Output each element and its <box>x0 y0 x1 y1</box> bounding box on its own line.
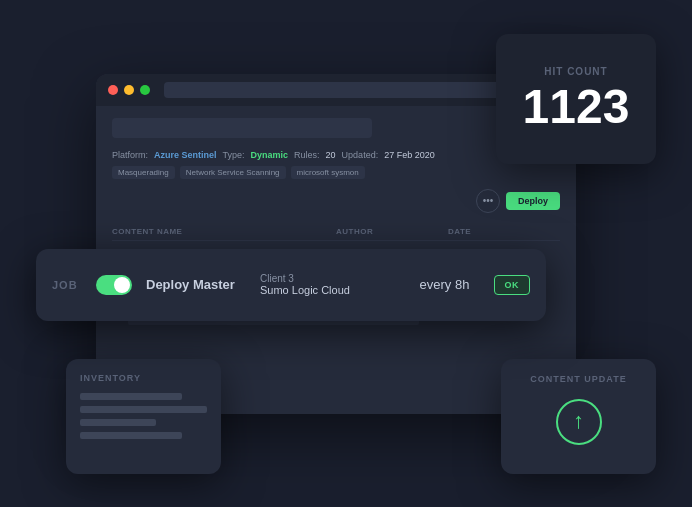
job-client-line2: Sumo Logic Cloud <box>260 284 406 296</box>
toggle-knob <box>114 277 130 293</box>
job-toggle[interactable] <box>96 275 132 295</box>
type-label: Type: <box>223 150 245 160</box>
tag-sysmon: microsoft sysmon <box>291 166 365 179</box>
col-date: DATE <box>448 227 560 236</box>
updated-label: Updated: <box>342 150 379 160</box>
inventory-label: INVENTORY <box>80 373 207 383</box>
col-author: AUTHOR <box>336 227 448 236</box>
type-value: Dynamic <box>251 150 289 160</box>
platform-value: Azure Sentinel <box>154 150 217 160</box>
hit-count-card: HIT COUNT 1123 <box>496 34 656 164</box>
ok-badge: OK <box>494 275 531 295</box>
content-update-card: CONTENT UPDATE ↑ <box>501 359 656 474</box>
action-row: ••• Deploy <box>112 189 560 213</box>
meta-row: Platform: Azure Sentinel Type: Dynamic R… <box>112 150 560 160</box>
more-icon: ••• <box>483 195 494 206</box>
dot-yellow <box>124 85 134 95</box>
tags-row: Masquerading Network Service Scanning mi… <box>112 166 560 179</box>
inv-line-4 <box>80 432 182 439</box>
table-header: CONTENT NAME AUTHOR DATE <box>112 223 560 241</box>
job-frequency: every 8h <box>420 277 480 292</box>
inventory-card: INVENTORY <box>66 359 221 474</box>
tag-masquerading: Masquerading <box>112 166 175 179</box>
rules-label: Rules: <box>294 150 320 160</box>
dot-green <box>140 85 150 95</box>
job-card: JOB Deploy Master Client 3 Sumo Logic Cl… <box>36 249 546 321</box>
dot-red <box>108 85 118 95</box>
inv-line-1 <box>80 393 182 400</box>
content-update-label: CONTENT UPDATE <box>530 373 626 386</box>
platform-label: Platform: <box>112 150 148 160</box>
upload-button[interactable]: ↑ <box>556 399 602 445</box>
col-content-name: CONTENT NAME <box>112 227 336 236</box>
hit-count-label: HIT COUNT <box>544 66 607 77</box>
job-client: Client 3 Sumo Logic Cloud <box>260 273 406 296</box>
upload-icon: ↑ <box>573 410 584 432</box>
hit-count-value: 1123 <box>523 83 630 131</box>
job-label: JOB <box>52 279 82 291</box>
search-bar-placeholder <box>112 118 372 138</box>
inv-line-3 <box>80 419 156 426</box>
rules-value: 20 <box>326 150 336 160</box>
job-client-line1: Client 3 <box>260 273 406 284</box>
job-name: Deploy Master <box>146 277 246 292</box>
more-button[interactable]: ••• <box>476 189 500 213</box>
deploy-button[interactable]: Deploy <box>506 192 560 210</box>
scene: Platform: Azure Sentinel Type: Dynamic R… <box>36 34 656 474</box>
updated-value: 27 Feb 2020 <box>384 150 435 160</box>
inv-line-2 <box>80 406 207 413</box>
tag-network: Network Service Scanning <box>180 166 286 179</box>
